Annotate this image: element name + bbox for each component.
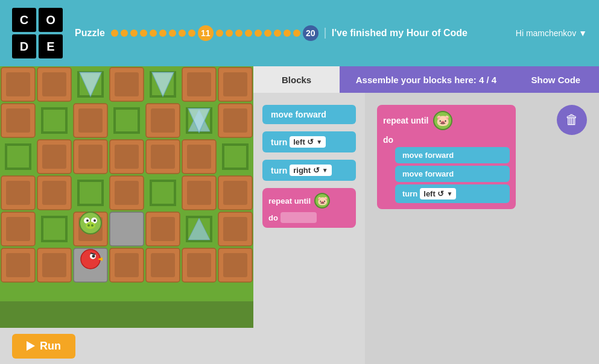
main-content: Run Blocks Assemble your blocks here: 4 … [0,66,599,364]
dot-3[interactable] [130,30,138,37]
inner-move-forward-1[interactable]: move forward [395,147,510,163]
dot-7[interactable] [169,30,176,37]
do-row: do [268,212,350,223]
dot-8[interactable] [179,30,186,37]
run-label: Run [40,340,61,353]
repeat-header: repeat until 🐷 [268,193,350,209]
run-button[interactable]: Run [12,334,75,359]
dot-12[interactable] [235,30,242,37]
user-name: Hi mamchenkov [516,28,576,38]
dot-2[interactable] [121,30,128,37]
dot-1[interactable] [111,30,118,37]
logo[interactable]: C O D E [12,8,63,58]
logo-o: O [39,8,63,32]
assembled-repeat-block[interactable]: repeat until 🐷 do move forward move forw… [377,105,516,209]
turn-left-dropdown[interactable]: left ↺ ▼ [290,136,326,148]
pig-icon-assembled: 🐷 [433,111,452,130]
trash-icon: 🗑 [565,112,578,128]
repeat-until-palette-block[interactable]: repeat until 🐷 do [262,188,356,228]
dot-17[interactable] [284,30,291,37]
assembled-repeat-label: repeat until [383,116,428,125]
palette: move forward turn left ↺ ▼ turn right ↺ … [253,93,365,364]
do-slot [280,212,317,223]
dot-5[interactable] [150,30,157,37]
inner-move-forward-2[interactable]: move forward [395,166,510,182]
do-palette-label: do [268,213,278,222]
turn-right-dir: right ↺ [293,166,320,175]
game-area: Run [0,66,253,364]
dot-6[interactable] [159,30,166,37]
dot-10[interactable] [216,30,223,37]
assembly-area: repeat until 🐷 do move forward move forw… [365,93,599,364]
dot-18[interactable] [293,30,300,37]
tab-blocks[interactable]: Blocks [253,66,340,93]
dot-14[interactable] [255,30,262,37]
turn-left-text: turn [271,137,287,147]
turn-left-block[interactable]: turn left ↺ ▼ [262,131,356,152]
move-forward-block[interactable]: move forward [262,105,356,124]
trash-button[interactable]: 🗑 [557,105,587,135]
assembled-do-label: do [383,135,510,145]
game-canvas [0,66,253,301]
header: C O D E Puzzle 11 20 I've [0,0,599,66]
dot-16[interactable] [274,30,281,37]
blocks-panel: Blocks Assemble your blocks here: 4 / 4 … [253,66,599,364]
play-icon [27,341,35,351]
logo-c: C [12,8,36,32]
tab-show-code[interactable]: Show Code [513,66,599,93]
dot-15[interactable] [264,30,271,37]
puzzle-badge-20[interactable]: 20 [303,25,319,41]
dot-11[interactable] [226,30,233,37]
inner-turn-dropdown[interactable]: left ↺ ▼ [420,188,456,199]
run-bar: Run [0,328,253,364]
turn-right-block[interactable]: turn right ↺ ▼ [262,160,356,181]
turn-left-dir: left ↺ [293,137,314,146]
inner-turn-dir: left ↺ [423,189,444,198]
finished-label[interactable]: I've finished my Hour of Code [325,28,467,39]
pig-icon-palette: 🐷 [314,193,330,209]
inner-move-forward-2-label: move forward [402,169,454,178]
repeat-until-palette-label: repeat until [268,196,311,206]
dot-4[interactable] [140,30,147,37]
blocks-tabs: Blocks Assemble your blocks here: 4 / 4 … [253,66,599,93]
dropdown-arrow-icon: ▼ [578,28,587,38]
tab-assemble[interactable]: Assemble your blocks here: 4 / 4 [340,66,513,93]
chevron-down-icon-3: ▼ [446,190,452,197]
chevron-down-icon-2: ▼ [322,167,328,174]
inner-blocks: move forward move forward turn left ↺ ▼ [395,147,510,203]
dot-9[interactable] [188,30,195,37]
nav-area: Puzzle 11 20 I've finished my Hour of Co… [75,25,504,41]
puzzle-label: Puzzle [75,28,105,39]
logo-e: E [39,34,63,58]
assembled-repeat-header: repeat until 🐷 [383,111,510,130]
turn-right-text: turn [271,166,287,175]
puzzle-badge-11[interactable]: 11 [198,25,214,41]
dot-13[interactable] [245,30,252,37]
logo-d: D [12,34,36,58]
user-area[interactable]: Hi mamchenkov ▼ [516,28,587,38]
turn-right-dropdown[interactable]: right ↺ ▼ [290,165,331,176]
inner-turn-left[interactable]: turn left ↺ ▼ [395,184,510,203]
blocks-content: move forward turn left ↺ ▼ turn right ↺ … [253,93,599,364]
inner-move-forward-1-label: move forward [402,151,454,160]
move-forward-label: move forward [271,110,326,119]
chevron-down-icon: ▼ [316,139,322,145]
inner-turn-label: turn [402,189,417,198]
dots-left: 11 20 [111,25,319,41]
